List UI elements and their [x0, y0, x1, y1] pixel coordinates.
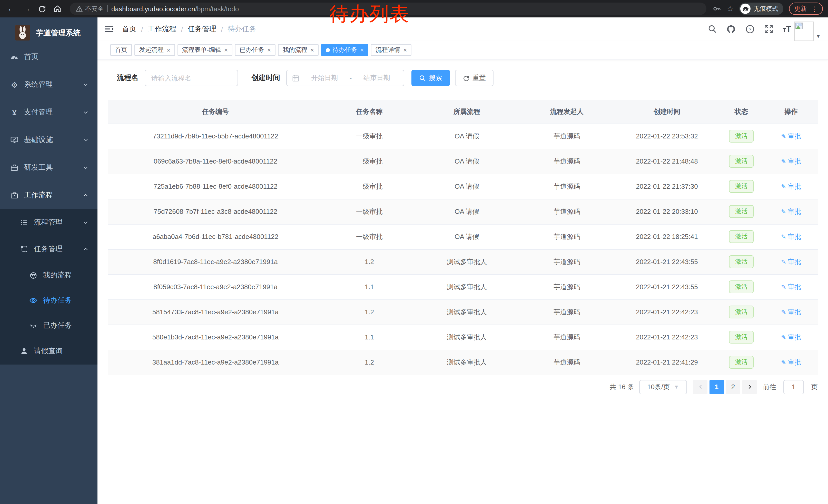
table-row: 580e1b3d-7ac8-11ec-a9e2-a2380e71991a 1.1…: [108, 325, 818, 350]
help-icon[interactable]: ?: [745, 25, 755, 34]
forward-icon[interactable]: →: [20, 3, 33, 15]
cell-initiator: 芋道源码: [518, 199, 616, 224]
prev-page-button[interactable]: [693, 380, 707, 394]
cell-task-name: 1.1: [323, 274, 416, 300]
start-date-placeholder[interactable]: 开始日期: [303, 73, 346, 83]
incognito-badge[interactable]: 无痕模式: [739, 3, 783, 15]
avatar-caret-icon[interactable]: ▼: [816, 33, 821, 39]
cell-status: 激活: [718, 174, 764, 199]
task-table-header: 任务编号 任务名称 所属流程 流程发起人 创建时间 状态 操作: [108, 100, 818, 124]
sidebar-item-process-management[interactable]: 流程管理: [0, 209, 97, 236]
sidebar-item-my-process[interactable]: 我的流程: [0, 263, 97, 288]
security-warning-icon[interactable]: 不安全: [76, 4, 104, 13]
process-name-label: 流程名: [117, 73, 138, 83]
cell-initiator: 芋道源码: [518, 149, 616, 174]
browser-update-button[interactable]: 更新 ⋮: [789, 3, 823, 15]
bookmark-star-icon[interactable]: ☆: [727, 4, 734, 13]
cell-task-name: 一级审批: [323, 224, 416, 249]
tab-close-icon[interactable]: ×: [167, 47, 170, 53]
status-badge: 激活: [729, 130, 754, 142]
sidebar-item-label: 待办任务: [43, 295, 72, 305]
breadcrumb-task-management[interactable]: 任务管理: [188, 25, 216, 34]
approve-link[interactable]: ✎审批: [781, 307, 801, 317]
github-icon[interactable]: [727, 25, 736, 34]
sidebar-item-todo-tasks[interactable]: 待办任务: [0, 288, 97, 313]
task-table-body: 73211d9d-7b9b-11ec-b5b7-acde48001122 一级审…: [108, 124, 818, 375]
tab-close-icon[interactable]: ×: [267, 47, 271, 53]
back-icon[interactable]: ←: [5, 3, 17, 15]
sidebar-item-workflow[interactable]: 工作流程: [0, 182, 97, 209]
reload-icon[interactable]: [36, 3, 48, 15]
sidebar-item-done-tasks[interactable]: 已办任务: [0, 313, 97, 338]
date-range-picker[interactable]: 开始日期 - 结束日期: [286, 70, 404, 86]
approve-link[interactable]: ✎审批: [781, 182, 801, 191]
view-tab[interactable]: 发起流程 ×: [134, 44, 175, 56]
view-tab[interactable]: 流程表单-编辑 ×: [177, 44, 233, 56]
page-button-1[interactable]: 1: [709, 380, 724, 394]
cell-status: 激活: [718, 149, 764, 174]
avatar[interactable]: [794, 21, 814, 41]
workflow-submenu: 流程管理 任务管理 我的流程: [0, 209, 97, 365]
end-date-placeholder[interactable]: 结束日期: [355, 73, 399, 83]
approve-link[interactable]: ✎审批: [781, 232, 801, 241]
sidebar-item-label: 请假查询: [34, 347, 63, 356]
home-icon[interactable]: [51, 3, 64, 15]
approve-link[interactable]: ✎审批: [781, 358, 801, 367]
tab-label: 我的流程: [283, 46, 307, 54]
sidebar-item-system[interactable]: ⚙ 系统管理: [0, 71, 97, 98]
font-size-icon[interactable]: TT: [783, 25, 791, 34]
tab-close-icon[interactable]: ×: [310, 47, 314, 53]
breadcrumb-workflow[interactable]: 工作流程: [148, 25, 176, 34]
view-tab[interactable]: 已办任务 ×: [235, 44, 276, 56]
page-button-2[interactable]: 2: [726, 380, 740, 394]
cell-task-id: 75d72608-7b7f-11ec-a3c8-acde48001122: [108, 199, 323, 224]
approve-link[interactable]: ✎审批: [781, 207, 801, 216]
approve-link[interactable]: ✎审批: [781, 332, 801, 342]
search-icon[interactable]: [708, 25, 717, 33]
eye-closed-icon: [29, 321, 37, 329]
page-size-select[interactable]: 10条/页 ▼: [639, 380, 687, 394]
goto-label: 前往: [763, 382, 776, 392]
sidebar-item-dev-tools[interactable]: 研发工具: [0, 154, 97, 182]
table-row: 75d72608-7b7f-11ec-a3c8-acde48001122 一级审…: [108, 199, 818, 224]
approve-link[interactable]: ✎审批: [781, 257, 801, 266]
cell-action: ✎审批: [764, 149, 818, 174]
view-tab[interactable]: 首页: [110, 44, 132, 56]
reset-button[interactable]: 重置: [455, 70, 494, 86]
table-row: 73211d9d-7b9b-11ec-b5b7-acde48001122 一级审…: [108, 124, 818, 149]
cell-task-id: 73211d9d-7b9b-11ec-b5b7-acde48001122: [108, 124, 323, 149]
sidebar-collapse-icon[interactable]: [105, 25, 114, 33]
cell-task-id: 580e1b3d-7ac8-11ec-a9e2-a2380e71991a: [108, 325, 323, 350]
search-button[interactable]: 搜索: [411, 70, 450, 86]
view-tab[interactable]: 流程详情 ×: [371, 44, 411, 56]
sidebar-item-home[interactable]: 首页: [0, 43, 97, 71]
approve-link[interactable]: ✎审批: [781, 282, 801, 291]
key-icon[interactable]: [712, 5, 721, 13]
sidebar-item-infrastructure[interactable]: 基础设施: [0, 126, 97, 154]
sidebar-item-payment[interactable]: ¥ 支付管理: [0, 98, 97, 126]
col-task-name: 任务名称: [323, 100, 416, 124]
eye-open-icon: [29, 296, 37, 304]
breadcrumb-home[interactable]: 首页: [122, 25, 136, 34]
tab-close-icon[interactable]: ×: [360, 47, 364, 53]
sidebar-item-leave-query[interactable]: 请假查询: [0, 338, 97, 365]
cell-create-time: 2022-01-22 20:33:10: [616, 199, 718, 224]
cell-process: OA 请假: [416, 174, 518, 199]
create-time-label: 创建时间: [251, 73, 280, 83]
kebab-menu-icon[interactable]: ⋮: [811, 5, 818, 12]
cell-action: ✎审批: [764, 124, 818, 149]
approve-link[interactable]: ✎审批: [781, 132, 801, 141]
chevron-down-icon: [83, 137, 89, 143]
sidebar-item-task-management[interactable]: 任务管理: [0, 236, 97, 263]
goto-page-input[interactable]: [783, 380, 804, 394]
tab-close-icon[interactable]: ×: [403, 47, 407, 53]
view-tab[interactable]: 待办任务 ×: [321, 44, 368, 56]
fullscreen-icon[interactable]: [764, 25, 773, 33]
robot-icon: [29, 271, 37, 279]
approve-link[interactable]: ✎审批: [781, 156, 801, 166]
process-name-input[interactable]: [145, 70, 238, 86]
tab-close-icon[interactable]: ×: [224, 47, 228, 53]
view-tab[interactable]: 我的流程 ×: [278, 44, 319, 56]
cell-action: ✎审批: [764, 325, 818, 350]
next-page-button[interactable]: [742, 380, 757, 394]
